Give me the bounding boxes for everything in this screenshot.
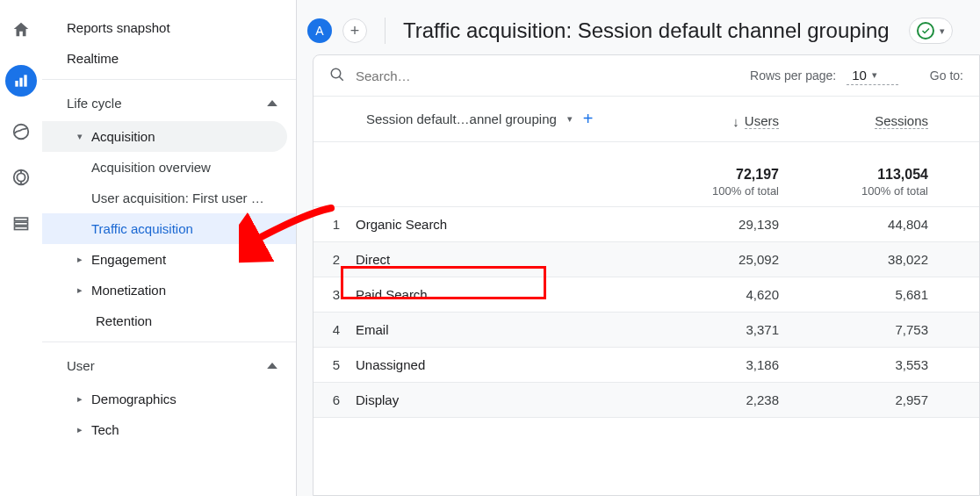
segment-badge[interactable]: A xyxy=(307,18,332,43)
svg-point-9 xyxy=(331,68,341,78)
caret-right-icon: ▸ xyxy=(77,424,83,435)
table-row[interactable]: 3Paid Search4,6205,681 xyxy=(313,277,979,313)
section-label: User xyxy=(67,358,95,373)
add-segment-button[interactable]: + xyxy=(342,18,367,43)
divider xyxy=(42,79,296,80)
totals-row: 72,197 100% of total 113,054 100% of tot… xyxy=(313,142,979,207)
svg-point-5 xyxy=(17,173,25,181)
report-sidebar: Reports snapshot Realtime Life cycle ▾ A… xyxy=(42,0,297,496)
row-index: 5 xyxy=(313,357,356,372)
data-quality-status[interactable]: ▾ xyxy=(909,18,953,44)
svg-rect-2 xyxy=(24,75,26,86)
table-row[interactable]: 1Organic Search29,13944,804 xyxy=(313,207,979,242)
main-area: A + Traffic acquisition: Session default… xyxy=(297,0,980,496)
row-dimension: Email xyxy=(356,322,656,337)
nav-realtime[interactable]: Realtime xyxy=(42,43,296,74)
subgroup-label: Retention xyxy=(96,313,152,328)
search-input[interactable] xyxy=(356,68,566,83)
section-lifecycle[interactable]: Life cycle xyxy=(42,85,296,121)
subgroup-engagement[interactable]: ▸ Engagement xyxy=(42,244,287,275)
nav-reports-snapshot[interactable]: Reports snapshot xyxy=(42,12,296,43)
page-title: Traffic acquisition: Session default cha… xyxy=(403,18,890,43)
subgroup-label: Tech xyxy=(91,422,119,437)
nav-traffic-acquisition[interactable]: Traffic acquisition xyxy=(42,213,296,244)
separator xyxy=(385,18,386,44)
total-users: 72,197 xyxy=(656,167,779,183)
caret-down-icon[interactable]: ▾ xyxy=(567,113,573,125)
table-row[interactable]: 4Email3,3717,753 xyxy=(313,313,979,348)
total-sessions: 113,054 xyxy=(805,167,928,183)
sort-desc-icon: ↓ xyxy=(732,114,739,129)
subgroup-label: Demographics xyxy=(91,392,177,406)
rows-per-page-select[interactable]: 10 ▾ xyxy=(847,66,898,85)
svg-rect-8 xyxy=(15,226,28,229)
rows-per-page-value: 10 xyxy=(852,68,867,83)
dimension-label[interactable]: Session default…annel grouping xyxy=(366,111,557,126)
nav-retention[interactable]: Retention xyxy=(42,306,287,336)
row-index: 2 xyxy=(313,252,356,267)
subgroup-label: Monetization xyxy=(91,283,166,298)
row-sessions: 2,957 xyxy=(805,392,955,407)
col-sessions[interactable]: Sessions xyxy=(805,113,955,129)
row-users: 3,371 xyxy=(656,322,805,337)
table-header-row: Session default…annel grouping ▾ + ↓ Use… xyxy=(313,97,979,142)
add-dimension-button[interactable]: + xyxy=(583,109,594,129)
row-index: 1 xyxy=(313,217,356,232)
table-row[interactable]: 2Direct25,09238,022 xyxy=(313,242,979,277)
section-label: Life cycle xyxy=(67,96,122,111)
caret-down-icon: ▾ xyxy=(77,131,83,142)
row-users: 2,238 xyxy=(656,392,805,407)
search-icon xyxy=(329,67,345,85)
svg-rect-6 xyxy=(15,218,28,220)
reports-icon[interactable] xyxy=(5,65,37,97)
caret-down-icon: ▾ xyxy=(940,25,945,37)
row-sessions: 44,804 xyxy=(805,217,955,232)
nav-user-acquisition[interactable]: User acquisition: First user … xyxy=(42,183,296,213)
rows-per-page-label: Rows per page: xyxy=(750,68,836,83)
home-icon[interactable] xyxy=(11,19,32,40)
row-dimension: Organic Search xyxy=(356,217,656,232)
total-sessions-sub: 100% of total xyxy=(805,184,928,198)
row-dimension: Direct xyxy=(356,252,656,267)
row-sessions: 3,553 xyxy=(805,357,955,372)
table-body: 1Organic Search29,13944,8042Direct25,092… xyxy=(313,207,979,418)
row-sessions: 5,681 xyxy=(805,287,955,302)
svg-rect-7 xyxy=(15,222,28,225)
row-dimension: Display xyxy=(356,392,656,407)
subgroup-monetization[interactable]: ▸ Monetization xyxy=(42,275,287,306)
row-users: 4,620 xyxy=(656,287,805,302)
svg-rect-0 xyxy=(15,81,18,87)
row-users: 29,139 xyxy=(656,217,805,232)
dimension-header: Session default…annel grouping ▾ + xyxy=(313,109,656,129)
table-row[interactable]: 5Unassigned3,1863,553 xyxy=(313,348,979,383)
section-user[interactable]: User xyxy=(42,348,296,384)
table-row[interactable]: 6Display2,2382,957 xyxy=(313,383,979,418)
explore-icon[interactable] xyxy=(11,121,32,142)
col-users[interactable]: ↓ Users xyxy=(656,113,805,129)
subgroup-label: Acquisition xyxy=(91,129,155,144)
table-card: Rows per page: 10 ▾ Go to: Session defau… xyxy=(313,54,980,496)
caret-down-icon: ▾ xyxy=(872,69,877,81)
configure-icon[interactable] xyxy=(11,212,32,234)
caret-right-icon: ▸ xyxy=(77,393,83,405)
row-index: 4 xyxy=(313,322,356,337)
row-index: 3 xyxy=(313,287,356,302)
nav-acquisition-overview[interactable]: Acquisition overview xyxy=(42,152,296,183)
subgroup-demographics[interactable]: ▸ Demographics xyxy=(42,384,287,414)
total-users-sub: 100% of total xyxy=(656,184,779,198)
nav-rail xyxy=(0,0,42,496)
row-sessions: 7,753 xyxy=(805,322,955,337)
row-dimension: Unassigned xyxy=(356,357,656,372)
subgroup-acquisition[interactable]: ▾ Acquisition xyxy=(42,121,287,152)
svg-rect-1 xyxy=(19,78,22,87)
row-index: 6 xyxy=(313,392,356,407)
row-dimension: Paid Search xyxy=(356,287,656,302)
row-users: 3,186 xyxy=(656,357,805,372)
divider xyxy=(42,341,296,342)
subgroup-tech[interactable]: ▸ Tech xyxy=(42,414,287,445)
row-sessions: 38,022 xyxy=(805,252,955,267)
subgroup-label: Engagement xyxy=(91,252,166,267)
advertising-icon[interactable] xyxy=(11,167,32,188)
chevron-up-icon xyxy=(266,97,278,110)
column-label: Users xyxy=(745,113,779,129)
